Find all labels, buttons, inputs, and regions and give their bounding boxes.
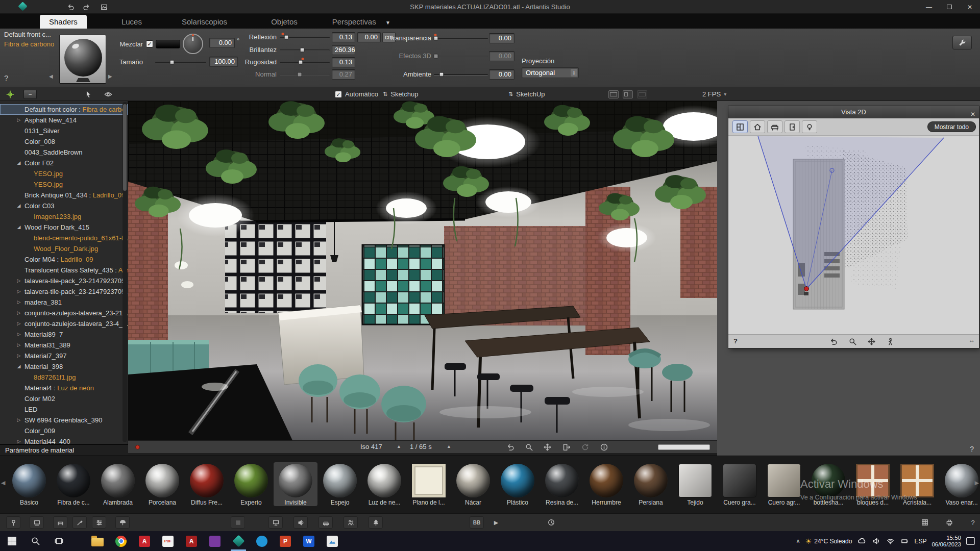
catalog-scroll-left-icon[interactable]: ◀: [1, 480, 5, 486]
maximize-button[interactable]: [939, 0, 960, 14]
catalog-item[interactable]: Herrumbre: [584, 462, 628, 506]
tab-solariscopios[interactable]: Solariscopios: [175, 15, 234, 29]
weather-widget[interactable]: ☀ 24°C Soleado: [805, 537, 852, 545]
task-view-button[interactable]: [47, 531, 70, 551]
reflexion-slider[interactable]: [280, 34, 330, 41]
catalog-item[interactable]: Experto: [229, 462, 273, 506]
collapse-arrow-icon[interactable]: ▷: [15, 340, 22, 350]
furniture-view-button[interactable]: [767, 120, 782, 133]
catalog-item[interactable]: Fibra de c...: [52, 462, 95, 506]
catalog-item[interactable]: Tejido: [673, 462, 717, 506]
tree-item[interactable]: Color_008: [0, 136, 128, 147]
collapse-arrow-icon[interactable]: ▷: [15, 350, 22, 361]
automatico-checkbox[interactable]: ✓: [335, 91, 342, 98]
catalog-item[interactable]: Resina de...: [540, 462, 584, 506]
add-material-icon[interactable]: [6, 87, 14, 101]
catalog-item[interactable]: Acristala...: [895, 462, 939, 506]
mezclar-color-swatch[interactable]: [156, 40, 180, 48]
vista2d-plan-view[interactable]: [728, 136, 979, 334]
tree-item[interactable]: ▷Material7_397: [0, 350, 128, 361]
tree-item[interactable]: ▷Material89_7: [0, 329, 128, 340]
vista2d-move-icon[interactable]: [866, 337, 876, 346]
collapse-arrow-icon[interactable]: ▷: [15, 436, 22, 444]
brush-icon[interactable]: [72, 516, 87, 529]
material-preview[interactable]: [59, 35, 106, 84]
fps-select[interactable]: 2 FPS ▾: [702, 87, 726, 101]
pin-icon[interactable]: [6, 516, 20, 529]
taskbar-app-acrobat[interactable]: A: [133, 531, 156, 551]
next-material-arrow-icon[interactable]: ▶: [108, 73, 112, 79]
tree-item[interactable]: ▷conjunto-azulejos-talavera_23-4_4...: [0, 318, 128, 329]
collapse-arrow-icon[interactable]: ▷: [15, 286, 22, 297]
expand-arrow-icon[interactable]: ◢: [15, 201, 22, 211]
tree-item[interactable]: ▷Material31_389: [0, 340, 128, 350]
workspace-help-icon[interactable]: ?: [970, 445, 974, 453]
perspectivas-dropdown-icon[interactable]: ▼: [385, 20, 390, 26]
start-button[interactable]: [0, 531, 23, 551]
collapse-arrow-icon[interactable]: ▷: [15, 297, 22, 308]
tree-item[interactable]: ▷talavera-tile-pack_23-2147923705...: [0, 276, 128, 286]
tree-item[interactable]: ▷conjunto-azulejos-talavera_23-214...: [0, 308, 128, 318]
transparencia-field[interactable]: 0.00: [489, 33, 514, 43]
exit-icon[interactable]: [561, 442, 571, 452]
tree-item[interactable]: 0043_SaddleBrown: [0, 147, 128, 158]
taskbar-clock[interactable]: 15:50 06/06/2023: [932, 535, 961, 548]
collapse-arrow-icon[interactable]: ▷: [15, 415, 22, 425]
vista2d-walk-icon[interactable]: [885, 337, 895, 346]
tree-item[interactable]: Wood_Floor_Dark.jpg: [0, 243, 128, 254]
engine-select-1[interactable]: ⇅ Sketchup: [383, 87, 418, 101]
vista-2d-panel[interactable]: Vista 2D ✕ Mostrar todo: [728, 106, 979, 348]
catalog-item[interactable]: Porcelana: [140, 462, 184, 506]
wifi-icon[interactable]: [886, 537, 895, 546]
expand-arrow-icon[interactable]: ◢: [15, 361, 22, 372]
elevation-view-button[interactable]: [750, 120, 765, 133]
taskbar-app-word[interactable]: W: [297, 531, 321, 551]
select-cursor-icon[interactable]: [85, 87, 92, 101]
clock-icon[interactable]: [544, 516, 558, 529]
help-icon[interactable]: ?: [4, 73, 8, 82]
info-icon[interactable]: [599, 442, 609, 452]
catalog-item[interactable]: Básico: [7, 462, 51, 506]
vehicle-icon[interactable]: [318, 516, 333, 529]
single-view-button[interactable]: [637, 87, 647, 101]
vista2d-help-icon[interactable]: ?: [733, 337, 738, 345]
onedrive-cloud-icon[interactable]: [857, 537, 866, 546]
taskbar-app-artlantis[interactable]: [227, 531, 250, 551]
catalog-item[interactable]: bloques d...: [851, 462, 895, 506]
tree-item[interactable]: YESO.jpg: [0, 179, 128, 190]
screen-icon[interactable]: [268, 516, 283, 529]
rotation-dial[interactable]: [183, 34, 203, 54]
media-help-icon[interactable]: ?: [966, 516, 980, 529]
plan-view-button[interactable]: [732, 120, 748, 133]
battery-icon[interactable]: [900, 537, 909, 546]
collapse-arrow-icon[interactable]: ▷: [15, 329, 22, 340]
printer-icon[interactable]: [942, 516, 957, 529]
frame-up-icon[interactable]: ▲: [447, 444, 451, 449]
brillantez-slider[interactable]: [280, 46, 330, 54]
tree-item[interactable]: ◢Color C03: [0, 201, 128, 211]
catalog-item[interactable]: Vaso enar...: [940, 462, 980, 506]
catalog-item[interactable]: Invisible: [274, 462, 317, 506]
people-icon[interactable]: [344, 516, 358, 529]
tab-shaders[interactable]: Shaders: [40, 15, 87, 29]
catalog-item[interactable]: Cuero agr...: [762, 462, 806, 506]
split-view-button[interactable]: [608, 87, 619, 101]
taskbar-app-powerpoint[interactable]: P: [274, 531, 297, 551]
catalog-scroll-right-icon[interactable]: ▶: [975, 480, 979, 486]
tree-item[interactable]: ◢Wood Floor Dark_415: [0, 222, 128, 233]
tree-item[interactable]: ▷Material44_400: [0, 436, 128, 444]
engine-select-2[interactable]: ⇅ SketchUp: [508, 87, 545, 101]
play-button[interactable]: ▶: [489, 516, 503, 529]
language-indicator[interactable]: ESP: [914, 538, 926, 545]
tamano-slider[interactable]: [155, 59, 206, 66]
speaker-icon[interactable]: [293, 516, 308, 529]
tree-item[interactable]: Color_009: [0, 425, 128, 436]
undo-view-icon[interactable]: [505, 442, 515, 452]
grid-view-icon[interactable]: [918, 516, 932, 529]
taskbar-app-pdf[interactable]: PDF: [156, 531, 180, 551]
tree-item[interactable]: 0131_Silver: [0, 126, 128, 136]
quad-view-button[interactable]: [623, 87, 633, 101]
pan-move-icon[interactable]: [542, 442, 552, 452]
tree-item[interactable]: YESO.jpg: [0, 168, 128, 179]
proyeccion-select[interactable]: Ortogonal ▲▼: [522, 67, 579, 78]
